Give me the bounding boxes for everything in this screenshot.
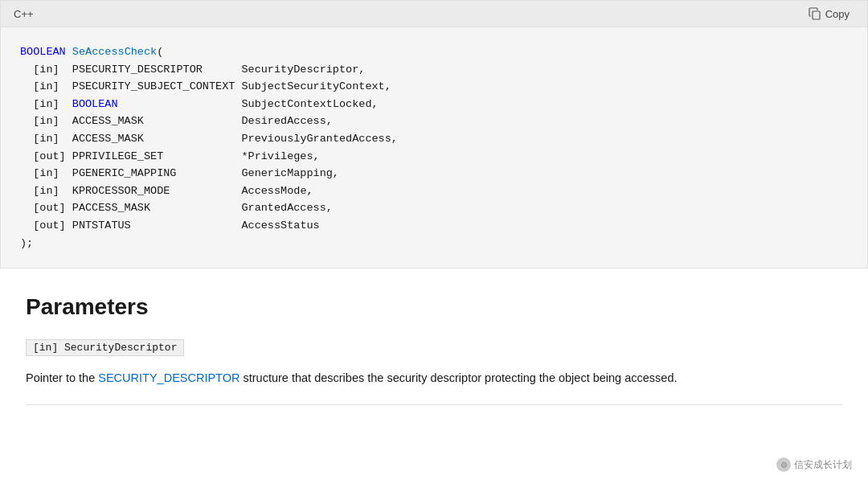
param-type-8: KPROCESSOR_MODE: [72, 185, 170, 197]
section-divider: [26, 404, 842, 405]
param-name-5: PreviouslyGrantedAccess,: [241, 133, 397, 145]
param-description: Pointer to the SECURITY_DESCRIPTOR struc…: [26, 369, 842, 388]
param-type-10: PNTSTATUS: [72, 219, 131, 232]
watermark-text: 信安成长计划: [794, 458, 852, 472]
keyword-boolean: BOOLEAN: [20, 46, 66, 58]
parameters-section: Parameters [in] SecurityDescriptor Point…: [0, 294, 868, 405]
param-type-4: ACCESS_MASK: [72, 115, 144, 127]
desc-after-link: structure that describes the security de…: [240, 371, 677, 384]
param-name-3: SubjectContextLocked,: [241, 98, 378, 110]
watermark: ⚙ 信安成长计划: [776, 457, 852, 472]
param-name-8: AccessMode,: [241, 185, 313, 197]
page-container: C++ Copy BOOLEAN SeAccessCheck( [in] PSE…: [0, 0, 868, 405]
function-name: SeAccessCheck: [72, 46, 157, 58]
param-type-1: PSECURITY_DESCRIPTOR: [72, 64, 203, 76]
param-name-2: SubjectSecurityContext,: [241, 80, 391, 92]
param-type-6: PPRIVILEGE_SET: [72, 150, 163, 162]
code-content: BOOLEAN SeAccessCheck( [in] PSECURITY_DE…: [1, 27, 867, 268]
param-type-3: BOOLEAN: [72, 98, 118, 110]
svg-rect-0: [813, 11, 820, 19]
param-type-9: PACCESS_MASK: [72, 202, 150, 214]
param-name-badge: [in] SecurityDescriptor: [26, 339, 184, 356]
code-block-header: C++ Copy: [1, 1, 867, 27]
watermark-icon: ⚙: [776, 457, 791, 472]
security-descriptor-link[interactable]: SECURITY_DESCRIPTOR: [98, 371, 240, 384]
code-lang-label: C++: [14, 8, 34, 20]
param-name-1: SecurityDescriptor,: [241, 64, 365, 76]
code-block-wrapper: C++ Copy BOOLEAN SeAccessCheck( [in] PSE…: [0, 0, 868, 268]
param-type-7: PGENERIC_MAPPING: [72, 167, 177, 179]
param-type-5: ACCESS_MASK: [72, 133, 144, 145]
param-name-10: AccessStatus: [241, 219, 319, 232]
copy-label: Copy: [825, 8, 850, 20]
copy-button[interactable]: Copy: [804, 6, 854, 22]
param-type-2: PSECURITY_SUBJECT_CONTEXT: [72, 80, 235, 92]
param-name-7: GenericMapping,: [241, 167, 339, 179]
param-name-9: GrantedAccess,: [241, 202, 332, 214]
copy-icon: [809, 7, 821, 20]
param-name-4: DesiredAccess,: [241, 115, 332, 127]
param-name-6: *Privileges,: [241, 150, 319, 162]
parameters-heading: Parameters: [26, 294, 842, 320]
desc-before-link: Pointer to the: [26, 371, 98, 384]
